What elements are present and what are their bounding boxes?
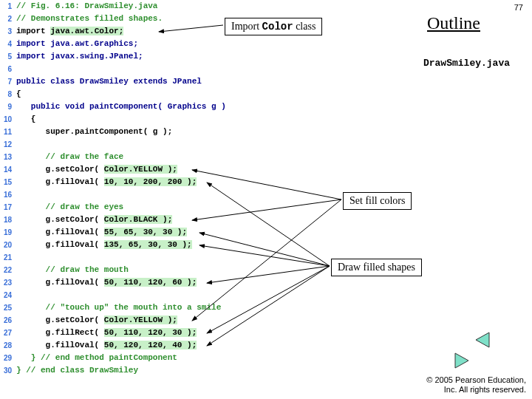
page-number: 77 (514, 3, 523, 12)
svg-marker-0 (476, 332, 489, 347)
callout-set-fill-colors: Set fill colors (343, 192, 412, 210)
callout-import-color: Import Color class (225, 18, 322, 35)
copyright: © 2005 Pearson Education, Inc. All right… (426, 375, 526, 395)
code-listing: 1// Fig. 6.16: DrawSmiley.java2// Demons… (0, 0, 340, 377)
next-icon[interactable] (452, 352, 473, 369)
source-filename: DrawSmiley.java (423, 58, 510, 69)
nav-controls (474, 331, 517, 372)
callout-draw-filled-shapes: Draw filled shapes (331, 259, 422, 276)
outline-heading: Outline (427, 13, 480, 33)
prev-icon[interactable] (474, 331, 516, 349)
svg-marker-1 (455, 353, 468, 368)
